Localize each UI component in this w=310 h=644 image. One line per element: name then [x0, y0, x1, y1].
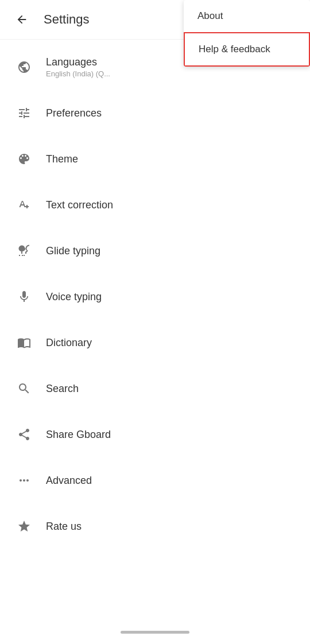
share-gboard-content: Share Gboard	[46, 429, 299, 441]
rate-us-content: Rate us	[46, 521, 299, 533]
dropdown-menu: About Help & feedback	[184, 0, 310, 67]
theme-content: Theme	[46, 153, 299, 165]
globe-icon	[11, 55, 37, 80]
palette-icon	[11, 146, 37, 172]
settings-list: Languages English (India) (Q... Preferen…	[0, 40, 310, 554]
glide-icon	[11, 238, 37, 263]
settings-item-dictionary[interactable]: Dictionary	[0, 320, 310, 366]
dropdown-item-about[interactable]: About	[184, 0, 310, 32]
preferences-label: Preferences	[46, 107, 299, 119]
preferences-content: Preferences	[46, 107, 299, 119]
search-content: Search	[46, 383, 299, 395]
back-button[interactable]	[11, 9, 32, 30]
settings-item-glide-typing[interactable]: Glide typing	[0, 228, 310, 274]
glide-typing-label: Glide typing	[46, 245, 299, 257]
rate-us-label: Rate us	[46, 521, 299, 533]
bottom-home-indicator	[121, 631, 189, 634]
settings-item-share-gboard[interactable]: Share Gboard	[0, 412, 310, 457]
settings-item-voice-typing[interactable]: Voice typing	[0, 274, 310, 320]
dots-icon	[11, 468, 37, 493]
voice-typing-label: Voice typing	[46, 291, 299, 303]
settings-item-search[interactable]: Search	[0, 366, 310, 412]
settings-item-theme[interactable]: Theme	[0, 136, 310, 182]
mic-icon	[11, 284, 37, 309]
search-icon	[11, 376, 37, 401]
settings-item-preferences[interactable]: Preferences	[0, 90, 310, 136]
dropdown-item-help-feedback[interactable]: Help & feedback	[184, 32, 310, 67]
sliders-icon	[11, 100, 37, 126]
settings-item-text-correction[interactable]: Text correction	[0, 182, 310, 228]
share-gboard-label: Share Gboard	[46, 429, 299, 441]
book-icon	[11, 330, 37, 355]
glide-typing-content: Glide typing	[46, 245, 299, 257]
share-icon	[11, 422, 37, 447]
advanced-label: Advanced	[46, 475, 299, 487]
text-correction-content: Text correction	[46, 199, 299, 211]
languages-sublabel: English (India) (Q...	[46, 69, 299, 78]
dictionary-label: Dictionary	[46, 337, 299, 349]
search-label: Search	[46, 383, 299, 395]
settings-item-rate-us[interactable]: Rate us	[0, 503, 310, 549]
star-icon	[11, 514, 37, 539]
dictionary-content: Dictionary	[46, 337, 299, 349]
page-title: Settings	[44, 12, 90, 27]
text-check-icon	[11, 192, 37, 218]
voice-typing-content: Voice typing	[46, 291, 299, 303]
theme-label: Theme	[46, 153, 299, 165]
text-correction-label: Text correction	[46, 199, 299, 211]
settings-item-advanced[interactable]: Advanced	[0, 457, 310, 503]
advanced-content: Advanced	[46, 475, 299, 487]
